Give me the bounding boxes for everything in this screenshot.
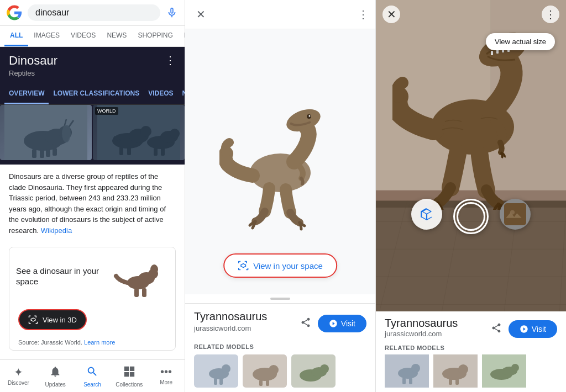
- ar-model-name: Tyrannosaurus: [385, 317, 458, 330]
- svg-point-40: [269, 365, 279, 375]
- nav-collections[interactable]: Collections: [111, 362, 148, 392]
- kp-image-2[interactable]: WORLD: [93, 105, 185, 160]
- svg-point-35: [222, 364, 230, 373]
- nav-updates[interactable]: Updates: [37, 362, 74, 392]
- svg-rect-41: [259, 380, 263, 386]
- ar-visit-button[interactable]: Visit: [509, 320, 557, 338]
- svg-point-73: [411, 364, 420, 373]
- kp-nav-overview[interactable]: OVERVIEW: [4, 84, 49, 104]
- search-nav-icon: [86, 365, 98, 380]
- middle-panel-header: ✕ ⋮: [185, 0, 375, 29]
- ar-model-source: jurassicworld.com: [385, 330, 458, 338]
- svg-rect-9: [53, 148, 57, 156]
- svg-rect-74: [402, 378, 406, 384]
- middle-visit-button[interactable]: Visit: [318, 315, 366, 332]
- svg-rect-28: [142, 288, 146, 297]
- kp-header: Dinosaur Reptiles ⋮: [0, 47, 185, 84]
- svg-rect-16: [119, 147, 123, 155]
- ar-share-button[interactable]: [491, 322, 502, 336]
- ar-model-actions: Visit: [491, 320, 557, 338]
- view-in-space-button[interactable]: View in your space: [223, 253, 337, 278]
- related-thumb-3[interactable]: [291, 354, 336, 388]
- svg-point-14: [140, 126, 151, 137]
- nav-updates-label: Updates: [45, 382, 66, 388]
- wikipedia-link[interactable]: Wikipedia: [41, 226, 72, 235]
- related-thumb-1[interactable]: [194, 354, 238, 388]
- kp-nav-news[interactable]: NEWS: [178, 84, 185, 104]
- ar-gallery-button[interactable]: [500, 199, 531, 230]
- svg-point-78: [458, 364, 468, 374]
- nav-discover[interactable]: ✦ Discover: [0, 362, 37, 392]
- svg-point-32: [309, 115, 311, 117]
- svg-point-26: [150, 264, 158, 274]
- middle-close-button[interactable]: ✕: [192, 6, 209, 23]
- collections-icon: [123, 365, 135, 380]
- ar-related-thumb-3[interactable]: [482, 354, 526, 388]
- nav-collections-label: Collections: [116, 382, 143, 388]
- ar-related-thumb-2[interactable]: [433, 354, 478, 388]
- tab-news[interactable]: NEWS: [101, 26, 132, 46]
- ar-related-thumb-1[interactable]: [385, 354, 429, 388]
- learn-more-link[interactable]: Learn more: [84, 339, 115, 346]
- kp-nav-videos[interactable]: VIDEOS: [144, 84, 177, 104]
- middle-dots-button[interactable]: ⋮: [358, 8, 369, 21]
- kp-more-button[interactable]: ⋮: [165, 54, 176, 67]
- nav-search-label: Search: [83, 382, 101, 388]
- nav-more[interactable]: ••• More: [148, 362, 185, 392]
- mic-icon[interactable]: [166, 7, 178, 19]
- ar-dino-preview: [113, 254, 169, 298]
- tab-shopping[interactable]: SHOPPING: [132, 26, 178, 46]
- ar-close-button[interactable]: ✕: [382, 6, 400, 23]
- view-3d-label: View in 3D: [43, 316, 77, 324]
- ar-card-title: See a dinosaur in your space: [16, 266, 109, 287]
- middle-model-source: jurassicworld.com: [194, 324, 267, 332]
- kp-title: Dinosaur: [9, 54, 57, 68]
- search-input[interactable]: dinosaur: [35, 8, 153, 18]
- kp-nav: OVERVIEW LOWER CLASSIFICATIONS VIDEOS NE…: [0, 84, 185, 105]
- world-badge: WORLD: [95, 107, 118, 115]
- middle-model-name: Tyrannosaurus: [194, 310, 267, 323]
- kp-nav-classifications[interactable]: LOWER CLASSIFICATIONS: [49, 84, 144, 104]
- middle-share-button[interactable]: [300, 317, 311, 331]
- ar-capture-button[interactable]: [453, 199, 489, 234]
- nav-discover-label: Discover: [8, 380, 29, 386]
- svg-rect-80: [455, 379, 459, 385]
- view-actual-size-pill[interactable]: View actual size: [486, 33, 555, 50]
- visit-icon: [329, 319, 338, 328]
- search-input-wrapper[interactable]: dinosaur: [28, 4, 160, 21]
- search-tabs: ALL IMAGES VIDEOS NEWS SHOPPING BOOK: [0, 26, 185, 47]
- middle-model-actions: Visit: [300, 315, 366, 332]
- svg-rect-79: [449, 379, 452, 385]
- ar-view-area: ✕ ⋮ View actual size: [376, 0, 566, 311]
- svg-rect-21: [154, 148, 158, 156]
- view-in-space-label: View in your space: [253, 261, 323, 271]
- ar-dots-button[interactable]: ⋮: [542, 6, 559, 23]
- ar-related-thumbs: [385, 354, 557, 388]
- ar-preview-dino-svg: [113, 254, 169, 298]
- svg-rect-42: [266, 380, 269, 386]
- tab-videos[interactable]: VIDEOS: [65, 26, 101, 46]
- related-thumb-2[interactable]: [243, 354, 287, 388]
- tab-all[interactable]: ALL: [4, 26, 28, 46]
- middle-visit-label: Visit: [341, 319, 355, 328]
- ar-3d-toggle-button[interactable]: [411, 199, 442, 230]
- svg-rect-6: [32, 149, 36, 158]
- ar-view-icon: [238, 260, 249, 271]
- more-nav-icon: •••: [160, 365, 172, 378]
- view-in-3d-button[interactable]: View in 3D: [18, 309, 87, 330]
- search-bar: dinosaur: [0, 0, 185, 26]
- google-logo-icon: [7, 5, 22, 20]
- kp-image-1[interactable]: [0, 105, 92, 160]
- ar-card: See a dinosaur in your space: [9, 247, 176, 351]
- kp-images: WORLD: [0, 105, 185, 165]
- tab-images[interactable]: IMAGES: [28, 26, 65, 46]
- left-panel: dinosaur ALL IMAGES VIDEOS NEWS SHOPPING…: [0, 0, 185, 392]
- nav-more-label: More: [160, 379, 172, 385]
- svg-rect-17: [127, 147, 131, 155]
- tab-books[interactable]: BOOK: [179, 26, 185, 46]
- nav-search[interactable]: Search: [74, 362, 111, 392]
- svg-point-10: [62, 125, 71, 142]
- gallery-icon: [504, 203, 526, 225]
- middle-related-label: RELATED MODELS: [194, 343, 366, 350]
- ar-info-section: Tyrannosaurus jurassicworld.com Visit: [376, 311, 566, 342]
